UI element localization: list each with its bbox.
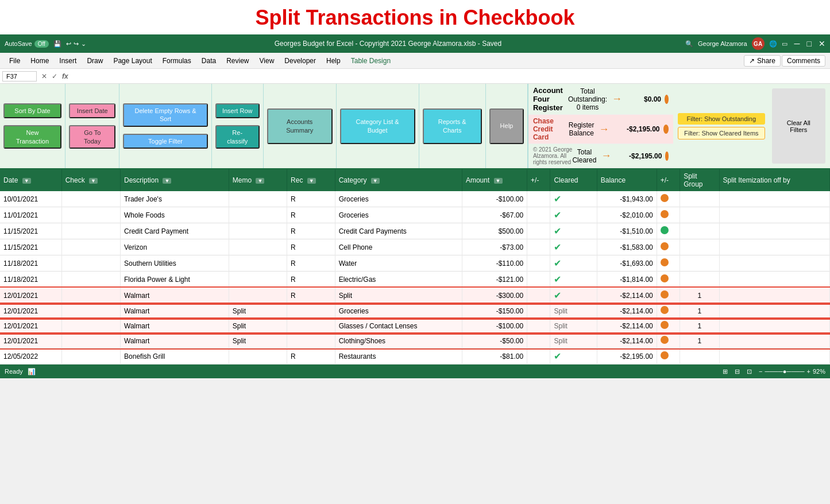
cell-bpm [657,207,680,223]
memo-filter-btn[interactable]: ▼ [256,178,264,184]
menu-review[interactable]: Review [222,55,253,67]
table-row[interactable]: 12/01/2021 Walmart Split Groceries -$150… [0,304,830,319]
page-break-icon[interactable]: ⊡ [747,368,752,375]
menu-data[interactable]: Data [197,55,221,67]
cell-balance: -$1,943.00 [597,191,657,207]
zoom-slider[interactable]: ────●──── [765,368,805,375]
menu-developer[interactable]: Developer [280,55,321,67]
amount-filter-btn[interactable]: ▼ [494,178,503,184]
table-row[interactable]: 11/01/2021 Whole Foods R Groceries -$67.… [0,207,830,223]
fx-icon[interactable]: fx [62,72,68,80]
check-filter-btn[interactable]: ▼ [89,178,98,184]
go-to-today-button[interactable]: Go To Today [69,125,115,149]
menu-formulas[interactable]: Formulas [158,55,196,67]
menu-help[interactable]: Help [322,55,345,67]
reclassify-button[interactable]: Re- classify [215,125,260,149]
maximize-button[interactable]: □ [807,39,812,48]
page-title: Split Transactions in Checkbook [0,0,830,34]
user-area: 🔍 George Alzamora GA 🌐 ▭ [685,37,787,50]
undo-icon[interactable]: ↩ [66,40,71,48]
col-category: Category ▼ [335,169,462,191]
col-split-off: Split Itemization off by [719,169,829,191]
table-row[interactable]: 10/01/2021 Trader Joe's R Groceries -$10… [0,191,830,207]
copyright-text: © 2021 George Alzamora. All rights reser… [533,146,573,165]
table-row[interactable]: 11/15/2021 Credit Card Payment R Credit … [0,223,830,239]
cleared-split: Split [554,307,567,315]
table-row[interactable]: 12/01/2021 Walmart Split Glasses / Conta… [0,319,830,334]
desc-filter-btn[interactable]: ▼ [163,178,171,184]
cell-amount: -$121.00 [462,272,527,288]
ribbon-section-accounts: Accounts Summary [264,84,337,168]
cell-category: Cell Phone [335,239,462,255]
menu-home[interactable]: Home [26,55,53,67]
comments-button[interactable]: Comments [782,55,825,67]
close-button[interactable]: ✕ [819,39,825,48]
cell-date: 12/01/2021 [0,288,61,304]
cell-bpm [657,348,680,365]
zoom-in-icon[interactable]: + [807,368,810,375]
redo-icon[interactable]: ↪ [74,40,79,48]
table-row[interactable]: 11/18/2021 Southern Utilities R Water -$… [0,255,830,272]
menu-insert[interactable]: Insert [55,55,81,67]
ribbon-icon[interactable]: ▭ [782,40,787,48]
menu-file[interactable]: File [5,55,25,67]
rec-filter-btn[interactable]: ▼ [307,178,316,184]
cell-date: 11/15/2021 [0,223,61,239]
zoom-out-icon[interactable]: − [759,368,762,375]
reports-button[interactable]: Reports & Charts [423,108,482,144]
cell-pm [527,255,550,272]
help-button[interactable]: Help [489,108,524,144]
ribbon-section-rows: Insert Row Re- classify [212,84,264,168]
new-transaction-button[interactable]: New Transaction [3,125,61,149]
confirm-formula-icon[interactable]: ✓ [52,72,57,80]
menu-draw[interactable]: Draw [82,55,107,67]
customize-icon[interactable]: ⌄ [81,40,86,48]
search-icon[interactable]: 🔍 [685,40,693,48]
table-row[interactable]: 11/15/2021 Verizon R Cell Phone -$73.00 … [0,239,830,255]
earth-icon[interactable]: 🌐 [769,40,777,48]
cell-bpm [657,319,680,334]
table-body: 10/01/2021 Trader Joe's R Groceries -$10… [0,191,830,365]
cat-filter-btn[interactable]: ▼ [371,178,380,184]
formula-input[interactable] [73,72,828,80]
table-row[interactable]: 12/01/2021 Walmart R Split -$300.00 ✔ -$… [0,288,830,304]
cleared-check: ✔ [554,351,561,361]
category-list-button[interactable]: Category List & Budget [340,108,415,144]
cell-memo [229,348,287,365]
page-layout-icon[interactable]: ⊟ [735,368,740,375]
insert-row-button[interactable]: Insert Row [215,103,260,118]
cell-split-off [719,272,829,288]
save-icon[interactable]: 💾 [53,40,61,48]
filter-cleared-button[interactable]: Filter: Show Cleared Items [678,127,765,139]
cell-amount: -$300.00 [462,288,527,304]
clear-all-filters-button[interactable]: Clear All Filters [772,88,825,164]
cell-amount: $500.00 [462,223,527,239]
menu-view[interactable]: View [255,55,279,67]
toggle-filter-button[interactable]: Toggle Filter [123,134,207,149]
cell-balance: -$2,114.00 [597,304,657,319]
menu-table-design[interactable]: Table Design [346,55,395,67]
autosave-toggle[interactable]: Off [34,40,49,48]
cell-balance: -$1,814.00 [597,272,657,288]
menu-bar: File Home Insert Draw Page Layout Formul… [0,53,830,69]
col-split-group: SplitGroup [680,169,719,191]
account-register-row: Account Four Register Total Outstanding:… [528,84,673,115]
table-row[interactable]: 11/18/2021 Florida Power & Light R Elect… [0,272,830,288]
table-row[interactable]: 12/01/2021 Walmart Split Clothing/Shoes … [0,334,830,348]
accounts-summary-button[interactable]: Accounts Summary [267,108,333,144]
normal-view-icon[interactable]: ⊞ [723,368,728,375]
insert-date-button[interactable]: Insert Date [69,103,115,118]
cell-cleared: Split [550,319,597,334]
minimize-button[interactable]: ─ [794,39,800,48]
delete-empty-button[interactable]: Delete Empty Rows & Sort [123,103,207,127]
date-filter-btn[interactable]: ▼ [22,178,31,184]
share-button[interactable]: ↗ Share [744,55,781,67]
table-row[interactable]: 12/05/2022 Bonefish Grill R Restaurants … [0,348,830,365]
menu-page-layout[interactable]: Page Layout [109,55,156,67]
outstanding-arrow: → [612,93,622,105]
sort-by-date-button[interactable]: Sort By Date [3,103,61,118]
cell-split-off [719,207,829,223]
name-box[interactable] [2,71,37,82]
filter-outstanding-button[interactable]: Filter: Show Outstanding [678,113,765,125]
cancel-formula-icon[interactable]: ✕ [41,72,47,80]
